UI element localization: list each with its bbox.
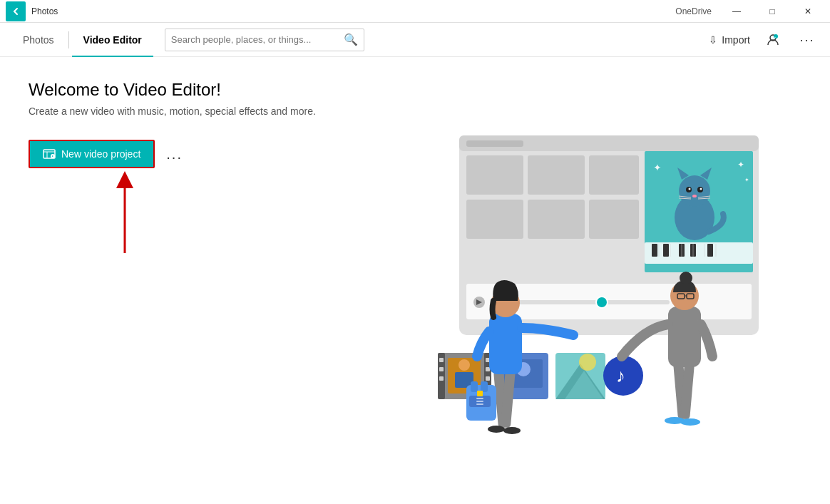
svg-rect-87 bbox=[476, 403, 483, 405]
search-icon: 🔍 bbox=[344, 33, 358, 46]
svg-rect-82 bbox=[481, 381, 488, 392]
nav-right: ⇩ Import + ··· bbox=[709, 29, 819, 51]
account-icon-button[interactable]: + bbox=[762, 29, 784, 51]
svg-rect-85 bbox=[476, 398, 483, 399]
svg-point-77 bbox=[503, 427, 521, 434]
svg-rect-15 bbox=[589, 155, 639, 195]
svg-point-94 bbox=[680, 272, 692, 284]
svg-text:✦: ✦ bbox=[744, 177, 749, 183]
ellipsis-icon: ··· bbox=[799, 34, 814, 46]
svg-point-29 bbox=[689, 188, 691, 190]
import-button[interactable]: ⇩ Import bbox=[709, 34, 750, 46]
svg-text:✦: ✦ bbox=[737, 160, 744, 170]
main-content: Welcome to Video Editor! Create a new vi… bbox=[0, 57, 830, 220]
svg-point-24 bbox=[679, 175, 710, 207]
svg-rect-57 bbox=[439, 367, 444, 371]
svg-point-52 bbox=[596, 297, 608, 308]
svg-rect-86 bbox=[476, 401, 483, 402]
new-video-project-button[interactable]: New video project bbox=[29, 140, 155, 168]
search-input[interactable] bbox=[171, 34, 339, 45]
svg-rect-41 bbox=[707, 244, 713, 257]
import-icon: ⇩ bbox=[709, 34, 717, 46]
nav-bar: Photos Video Editor 🔍 ⇩ Import + ··· bbox=[0, 23, 830, 57]
welcome-title: Welcome to Video Editor! bbox=[29, 80, 801, 100]
svg-point-31 bbox=[692, 195, 697, 197]
svg-point-71 bbox=[579, 354, 596, 371]
svg-rect-61 bbox=[486, 376, 490, 381]
onedrive-label: OneDrive bbox=[675, 6, 712, 16]
svg-rect-92 bbox=[668, 307, 701, 367]
tab-video-editor[interactable]: Video Editor bbox=[72, 23, 153, 57]
close-button[interactable]: ✕ bbox=[791, 0, 824, 23]
title-bar: Photos OneDrive — □ ✕ bbox=[0, 0, 830, 23]
svg-rect-58 bbox=[439, 376, 444, 381]
svg-rect-16 bbox=[466, 200, 523, 239]
svg-rect-60 bbox=[486, 367, 490, 371]
new-project-label: New video project bbox=[61, 148, 140, 160]
maximize-button[interactable]: □ bbox=[756, 0, 789, 23]
svg-point-63 bbox=[458, 359, 470, 371]
search-box[interactable]: 🔍 bbox=[165, 29, 364, 51]
svg-text:✦: ✦ bbox=[653, 162, 662, 173]
svg-text:♪: ♪ bbox=[616, 365, 625, 386]
more-button[interactable]: ... bbox=[166, 146, 183, 163]
minimize-button[interactable]: — bbox=[720, 0, 753, 23]
svg-rect-36 bbox=[645, 242, 753, 264]
title-bar-left: Photos bbox=[6, 1, 675, 21]
svg-rect-13 bbox=[466, 155, 523, 195]
import-label: Import bbox=[722, 34, 750, 46]
svg-rect-37 bbox=[652, 244, 657, 257]
svg-rect-17 bbox=[528, 200, 585, 239]
svg-point-76 bbox=[488, 426, 505, 433]
svg-rect-38 bbox=[663, 244, 669, 257]
back-button[interactable] bbox=[6, 1, 26, 21]
svg-point-30 bbox=[700, 188, 702, 190]
svg-point-91 bbox=[680, 418, 700, 426]
more-options-button[interactable]: ··· bbox=[796, 29, 819, 51]
app-title: Photos bbox=[31, 6, 58, 16]
svg-rect-14 bbox=[528, 155, 585, 195]
svg-rect-12 bbox=[466, 140, 523, 147]
svg-rect-56 bbox=[439, 358, 444, 362]
illustration-area: ✦ ✦ ✦ bbox=[388, 114, 830, 470]
nav-divider bbox=[68, 31, 69, 48]
svg-text:+: + bbox=[774, 35, 777, 39]
svg-rect-78 bbox=[489, 314, 522, 374]
svg-rect-81 bbox=[471, 381, 478, 392]
svg-rect-84 bbox=[477, 391, 483, 396]
arrow-annotation bbox=[111, 171, 139, 257]
svg-rect-18 bbox=[589, 200, 639, 239]
title-bar-right: OneDrive — □ ✕ bbox=[675, 0, 824, 23]
tab-photos[interactable]: Photos bbox=[11, 23, 66, 57]
